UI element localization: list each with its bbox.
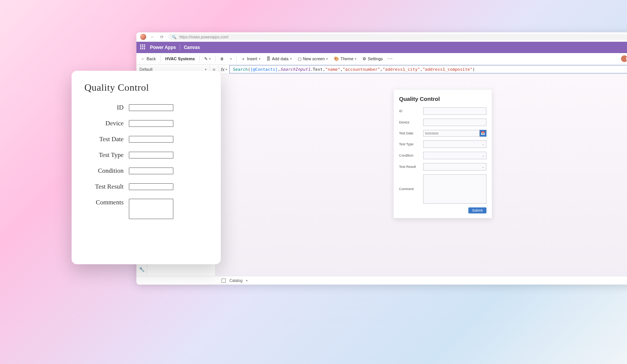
- browser-refresh-icon[interactable]: ⟳: [159, 34, 164, 40]
- theme-button[interactable]: 🎨 Theme ▾: [332, 56, 358, 62]
- sketch-condition-label: Condition: [84, 167, 124, 175]
- database-icon: 🗄: [266, 56, 271, 61]
- formula-input[interactable]: Search([@Contacts], SearchInput1.Text, "…: [229, 65, 627, 73]
- save-button[interactable]: 🗎: [219, 56, 226, 62]
- sketch-card: Quality Control ID Device Test Date Test…: [72, 71, 221, 264]
- sketch-title: Quality Control: [84, 82, 210, 93]
- browser-back-icon[interactable]: ←: [150, 34, 155, 40]
- sketch-test-type-label: Test Type: [84, 151, 124, 159]
- quality-control-form: Quality Control ID Device Test Date 5/23…: [393, 89, 492, 218]
- new-screen-button[interactable]: ▢ New screen ▾: [296, 56, 329, 62]
- test-result-label: Test Result: [399, 165, 420, 169]
- search-icon: 🔍: [172, 35, 176, 39]
- document-icon: 🗎: [220, 56, 224, 61]
- comment-textarea[interactable]: [423, 174, 486, 204]
- more-button[interactable]: ⋯: [387, 56, 393, 62]
- form-title: Quality Control: [399, 96, 486, 102]
- comment-label: Comment: [399, 187, 420, 191]
- new-screen-label: New screen: [303, 56, 325, 61]
- back-button[interactable]: ← Back: [139, 56, 157, 62]
- sketch-condition-box: [129, 168, 173, 174]
- app-name-label[interactable]: HVAC Systems: [164, 56, 196, 62]
- sketch-test-result-label: Test Result: [84, 183, 124, 190]
- test-type-select[interactable]: ⌄: [423, 140, 486, 148]
- browser-chrome: ← ⟳ 🔍 https://make.powerapps.com/ ⊕ ☆ ⧉: [136, 32, 627, 42]
- chevron-down-icon: ⌄: [482, 143, 485, 146]
- sketch-device-label: Device: [84, 120, 124, 127]
- condition-label: Condition: [399, 154, 420, 157]
- settings-button[interactable]: ⚙ Settings: [361, 56, 384, 62]
- test-type-label: Test Type: [399, 142, 420, 146]
- edit-button[interactable]: ✎▾: [203, 56, 212, 62]
- screen-indicator-icon: [222, 279, 226, 283]
- fx-label[interactable]: fx▾: [219, 65, 229, 74]
- sketch-id-label: ID: [84, 104, 124, 111]
- calendar-icon[interactable]: 📅: [480, 130, 486, 137]
- plus-icon: ＋: [241, 56, 245, 62]
- insert-label: Insert: [247, 56, 257, 61]
- arrow-left-icon: ←: [141, 56, 145, 61]
- device-input[interactable]: [423, 119, 486, 126]
- app-topbar: Power Apps Canvas 🏷 Environment Producti…: [136, 42, 627, 53]
- back-label: Back: [147, 56, 156, 61]
- submit-button[interactable]: Submit: [468, 207, 486, 213]
- separator: [180, 44, 180, 50]
- status-bar: Catalog ▾ − + 50 % ⤢: [136, 276, 627, 285]
- test-date-label: Test Date: [399, 131, 420, 135]
- add-data-button[interactable]: 🗄 Add data ▾: [265, 56, 293, 62]
- test-date-value: 5/23/2023: [423, 130, 480, 137]
- chevron-down-icon[interactable]: ▾: [246, 279, 248, 282]
- app-mode: Canvas: [184, 45, 200, 50]
- pencil-icon: ✎: [204, 56, 208, 61]
- app-brand: Power Apps: [150, 45, 176, 50]
- condition-select[interactable]: ⌄: [423, 152, 486, 159]
- sketch-comments-label: Comments: [84, 199, 124, 206]
- screen-icon: ▢: [298, 56, 301, 61]
- add-data-label: Add data: [272, 56, 289, 61]
- avatar: [620, 55, 627, 63]
- theme-label: Theme: [341, 56, 353, 61]
- browser-profile-avatar[interactable]: [140, 34, 146, 40]
- canvas-area[interactable]: Quality Control ID Device Test Date 5/23…: [216, 74, 627, 276]
- browser-url-bar[interactable]: 🔍 https://make.powerapps.com/: [168, 34, 627, 40]
- id-input[interactable]: [423, 107, 486, 115]
- sketch-comments-box: [129, 199, 173, 219]
- sketch-test-date-box: [129, 136, 173, 143]
- wrench-icon[interactable]: 🔧: [139, 267, 145, 272]
- app-launcher-icon[interactable]: [140, 44, 146, 50]
- palette-icon: 🎨: [334, 56, 339, 61]
- sketch-test-date-label: Test Date: [84, 136, 124, 143]
- screen-name[interactable]: Catalog: [229, 279, 242, 283]
- chevron-down-icon: ⌄: [482, 154, 485, 157]
- sketch-test-result-box: [129, 183, 173, 190]
- ribbon: ← Back HVAC Systems ✎▾ 🗎 ▾ ＋ Insert ▾ 🗄 …: [136, 53, 627, 65]
- sketch-device-box: [129, 120, 173, 127]
- sketch-id-box: [129, 104, 173, 111]
- settings-label: Settings: [368, 56, 383, 61]
- gear-icon: ⚙: [362, 56, 366, 61]
- browser-url-text: https://make.powerapps.com/: [179, 35, 229, 39]
- id-label: ID: [399, 109, 420, 113]
- presence-avatars[interactable]: MP CR +3: [622, 55, 627, 63]
- sketch-test-type-box: [129, 152, 173, 158]
- test-result-select[interactable]: ⌄: [423, 163, 486, 171]
- device-label: Device: [399, 120, 420, 124]
- insert-button[interactable]: ＋ Insert ▾: [240, 55, 262, 62]
- save-menu[interactable]: ▾: [229, 56, 233, 61]
- chevron-down-icon: ⌄: [482, 165, 485, 169]
- test-date-input[interactable]: 5/23/2023 📅: [423, 130, 486, 137]
